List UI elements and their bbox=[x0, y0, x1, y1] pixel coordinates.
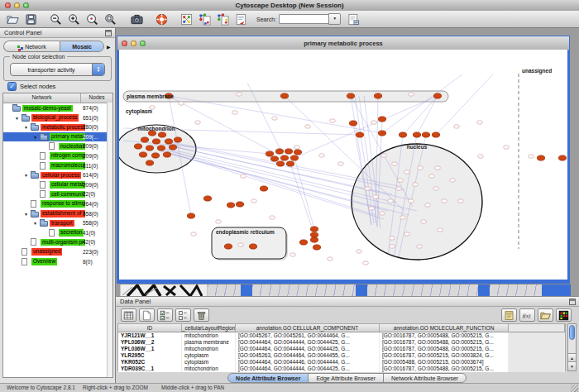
node[interactable] bbox=[280, 93, 288, 98]
expander-icon[interactable]: ▼ bbox=[24, 125, 28, 130]
node-small[interactable] bbox=[458, 199, 464, 203]
node[interactable] bbox=[356, 132, 363, 137]
expander-icon[interactable]: ▼ bbox=[24, 212, 28, 217]
node-small[interactable] bbox=[400, 216, 406, 219]
node[interactable] bbox=[169, 145, 176, 150]
table-mode-button[interactable] bbox=[121, 308, 136, 322]
node-small[interactable] bbox=[294, 146, 300, 149]
tab-node-attribute-browser[interactable]: Node Attribute Browser bbox=[227, 373, 309, 383]
node-small[interactable] bbox=[409, 93, 414, 96]
node[interactable] bbox=[165, 139, 172, 144]
tree-row-multi-organism-pro[interactable]: multi-organism pro42(0) bbox=[3, 237, 112, 247]
expander-icon[interactable]: ▼ bbox=[33, 135, 37, 140]
unselect-attributes-button[interactable] bbox=[175, 308, 191, 322]
node[interactable] bbox=[399, 132, 406, 137]
column-header[interactable]: annotation.GO MOLECULAR_FUNCTION bbox=[380, 324, 509, 332]
zoom-fit-button[interactable] bbox=[103, 12, 118, 26]
node-small[interactable] bbox=[195, 121, 201, 124]
expander-icon[interactable]: ▼ bbox=[33, 221, 37, 226]
node-small[interactable] bbox=[237, 93, 242, 96]
background-window-strip[interactable] bbox=[490, 284, 542, 296]
column-header[interactable]: annotation.GO CELLULAR_COMPONENT bbox=[236, 324, 380, 332]
table-row[interactable]: YKR052Ccytoplasm[GO:0044464, GO:0044446,… bbox=[118, 359, 565, 366]
node-color-dropdown[interactable]: transporter activity ▲▼ bbox=[10, 63, 105, 76]
node-small[interactable] bbox=[392, 162, 398, 165]
node[interactable] bbox=[347, 93, 354, 98]
tree-row-cell-communicat[interactable]: cell communicat22(0) bbox=[3, 189, 112, 199]
node[interactable] bbox=[349, 121, 356, 126]
node[interactable] bbox=[310, 232, 318, 237]
node[interactable] bbox=[310, 227, 318, 232]
node[interactable] bbox=[285, 149, 292, 154]
node-small[interactable] bbox=[396, 187, 402, 190]
node[interactable] bbox=[413, 132, 420, 137]
float-panel-icon[interactable] bbox=[105, 30, 112, 36]
tree-row-transport[interactable]: ▼transport558(0) bbox=[3, 218, 112, 228]
node-small[interactable] bbox=[413, 183, 419, 186]
node[interactable] bbox=[260, 186, 267, 191]
node[interactable] bbox=[432, 132, 439, 137]
table-scrollbar[interactable]: ▲ ▼ bbox=[567, 323, 577, 371]
node-small[interactable] bbox=[272, 117, 278, 120]
table-row[interactable]: YLR295Ccytoplasm[GO:0045263, GO:0044464,… bbox=[118, 352, 565, 359]
background-window-strip[interactable] bbox=[208, 284, 241, 296]
node[interactable] bbox=[146, 146, 153, 151]
node[interactable] bbox=[227, 203, 234, 208]
node[interactable] bbox=[187, 213, 194, 218]
open-button[interactable] bbox=[5, 12, 21, 26]
node[interactable] bbox=[378, 131, 385, 136]
node-small[interactable] bbox=[529, 155, 534, 158]
tree-row-metabolic-process[interactable]: ▼metabolic process280(0) bbox=[3, 122, 112, 132]
function-builder-button[interactable]: f(x) bbox=[519, 308, 535, 322]
network-window-titlebar[interactable]: primary metabolic process bbox=[117, 36, 569, 50]
node-small[interactable] bbox=[330, 119, 336, 122]
node-small[interactable] bbox=[388, 199, 394, 203]
node[interactable] bbox=[266, 151, 273, 156]
select-attributes-button[interactable] bbox=[157, 308, 173, 322]
node-small[interactable] bbox=[338, 162, 344, 165]
node-small[interactable] bbox=[356, 250, 362, 253]
expander-icon[interactable]: ▼ bbox=[24, 173, 28, 178]
node-small[interactable] bbox=[429, 174, 435, 178]
background-window-edge[interactable] bbox=[542, 284, 571, 296]
tree-row-cellular-process[interactable]: ▼cellular process614(0) bbox=[3, 170, 112, 180]
tree-row-primary-metabo[interactable]: ▼primary metabo209(... bbox=[3, 132, 112, 142]
node[interactable] bbox=[224, 244, 232, 249]
node[interactable] bbox=[151, 153, 159, 158]
tree-row-unassigned[interactable]: unassigned223(0) bbox=[3, 247, 112, 257]
node-small[interactable] bbox=[328, 257, 333, 261]
node-small[interactable] bbox=[504, 146, 510, 149]
expander-icon[interactable]: ▼ bbox=[15, 116, 19, 121]
node-small[interactable] bbox=[478, 155, 484, 158]
table-row[interactable]: YJR121W__1mitochondrion[GO:0045267, GO:0… bbox=[118, 332, 565, 339]
node-small[interactable] bbox=[417, 245, 423, 248]
node-small[interactable] bbox=[290, 253, 296, 256]
tab-network-attribute-browser[interactable]: Network Attribute Browser bbox=[383, 373, 467, 383]
node-small[interactable] bbox=[305, 125, 311, 128]
tree-row-overview[interactable]: Overview8(0) bbox=[3, 257, 112, 267]
background-window-edge[interactable] bbox=[356, 284, 367, 296]
node-small[interactable] bbox=[438, 228, 443, 232]
node[interactable] bbox=[537, 155, 544, 160]
save-button[interactable] bbox=[23, 12, 39, 26]
node-small[interactable] bbox=[365, 187, 371, 190]
node[interactable] bbox=[146, 160, 153, 165]
table-row[interactable]: YPL036W__2plasma membrane[GO:0044464, GO… bbox=[118, 339, 565, 346]
node-small[interactable] bbox=[454, 125, 460, 128]
node-small[interactable] bbox=[433, 187, 439, 190]
node-small[interactable] bbox=[373, 195, 379, 198]
node-small[interactable] bbox=[363, 261, 369, 265]
node-small[interactable] bbox=[191, 232, 197, 236]
tree-row-cellular-metabo[interactable]: cellular metabo209(0) bbox=[3, 180, 112, 190]
node[interactable] bbox=[290, 155, 298, 160]
node-small[interactable] bbox=[421, 220, 427, 223]
node-small[interactable] bbox=[319, 154, 325, 157]
background-windows[interactable] bbox=[120, 284, 571, 296]
node-small[interactable] bbox=[369, 207, 375, 210]
node-small[interactable] bbox=[270, 216, 275, 219]
node-small[interactable] bbox=[442, 199, 447, 203]
node[interactable] bbox=[236, 202, 243, 207]
node-small[interactable] bbox=[216, 220, 222, 223]
node[interactable] bbox=[249, 244, 256, 249]
node-small[interactable] bbox=[418, 166, 423, 170]
